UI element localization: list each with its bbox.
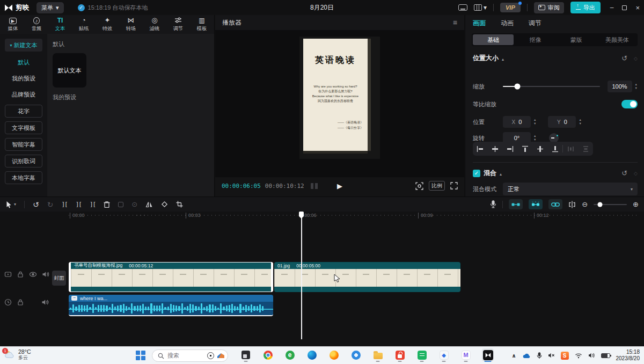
focus-icon[interactable] bbox=[415, 182, 423, 190]
mute-track-icon[interactable] bbox=[41, 299, 49, 306]
undo-button[interactable] bbox=[33, 200, 39, 209]
taskbar-app-green-browser[interactable] bbox=[284, 348, 296, 361]
tab-filters[interactable]: 滤镜 bbox=[143, 17, 166, 32]
align-center-horizontal-icon[interactable] bbox=[488, 145, 503, 152]
tab-sticker[interactable]: 贴纸 bbox=[72, 17, 96, 32]
taskbar-weather-widget[interactable]: 1 28°C 多云 bbox=[4, 348, 31, 360]
blend-checkbox[interactable] bbox=[473, 170, 480, 177]
hide-track-icon[interactable] bbox=[29, 271, 37, 278]
keyframe-icon[interactable]: ◇ bbox=[634, 56, 638, 61]
linkage-toggle[interactable] bbox=[548, 199, 562, 209]
collapse-caret-icon[interactable] bbox=[500, 170, 502, 177]
position-y-field[interactable]: Y0 bbox=[548, 116, 576, 128]
magnetic-snap-toggle[interactable] bbox=[509, 199, 523, 209]
tray-s-app-icon[interactable] bbox=[561, 352, 569, 360]
lock-track-icon[interactable] bbox=[17, 271, 24, 278]
taskbar-app-edge[interactable] bbox=[306, 348, 318, 361]
align-left-icon[interactable] bbox=[473, 145, 488, 152]
tray-mic-icon[interactable] bbox=[537, 352, 542, 359]
video-clip-2[interactable]: 01.jpg 00:00:05:00 bbox=[274, 262, 460, 292]
tab-text[interactable]: 文本 bbox=[48, 17, 72, 32]
player-menu-icon[interactable] bbox=[453, 18, 457, 27]
taskbar-app-green-docs[interactable] bbox=[416, 348, 428, 361]
cover-button[interactable]: 封面 bbox=[52, 271, 66, 286]
review-button[interactable]: 审阅 bbox=[534, 2, 564, 13]
frame-pages-icon[interactable] bbox=[311, 183, 318, 189]
sidebar-item-lyrics-recognition[interactable]: 识别歌词 bbox=[5, 155, 42, 168]
taskbar-app-taskview[interactable] bbox=[240, 348, 252, 361]
subtab-cutout[interactable]: 抠像 bbox=[515, 33, 555, 46]
vip-badge[interactable]: VIP bbox=[500, 3, 521, 12]
scale-slider[interactable] bbox=[503, 86, 600, 87]
position-x-stepper[interactable] bbox=[533, 119, 536, 125]
taskbar-app-chrome[interactable] bbox=[262, 348, 274, 361]
sidebar-item-fancy-text[interactable]: 花字 bbox=[5, 105, 42, 118]
default-text-tile[interactable]: 默认文本 bbox=[53, 53, 86, 88]
align-bottom-icon[interactable] bbox=[547, 145, 562, 152]
preview-canvas[interactable]: 英语晚读 Why are you working so hard? 你为什么要那… bbox=[215, 30, 464, 177]
tray-audio-mixer-icon[interactable] bbox=[548, 352, 555, 359]
auto-snap-toggle[interactable] bbox=[529, 199, 543, 209]
record-voiceover-icon[interactable] bbox=[490, 200, 496, 208]
tab-adjustment[interactable]: 调节 bbox=[529, 19, 541, 28]
position-x-field[interactable]: X0 bbox=[503, 116, 531, 128]
taskbar-app-firefox[interactable] bbox=[328, 348, 340, 361]
shortcut-keys-icon[interactable] bbox=[458, 4, 467, 11]
sidebar-item-new-text[interactable]: ▾新建文本 bbox=[5, 39, 42, 52]
blend-mode-dropdown[interactable]: 正常 bbox=[503, 183, 638, 195]
subtab-mask[interactable]: 蒙版 bbox=[556, 33, 597, 46]
volume-icon[interactable] bbox=[588, 352, 595, 359]
taskbar-app-red-store[interactable] bbox=[394, 348, 406, 361]
align-top-icon[interactable] bbox=[518, 145, 533, 152]
lock-track-icon[interactable] bbox=[17, 299, 24, 306]
sidebar-item-text-templates[interactable]: 文字模板 bbox=[5, 121, 42, 134]
layout-switch-button[interactable] bbox=[474, 4, 487, 11]
tray-expand-icon[interactable] bbox=[511, 352, 516, 359]
sidebar-item-my-presets[interactable]: 我的预设 bbox=[5, 72, 42, 85]
scale-stepper[interactable] bbox=[635, 83, 638, 90]
taskbar-search[interactable]: 搜索 bbox=[152, 350, 228, 362]
sidebar-item-auto-captions[interactable]: 智能字幕 bbox=[5, 138, 42, 151]
main-track-icon[interactable] bbox=[4, 271, 12, 278]
rotate-button[interactable] bbox=[161, 201, 168, 208]
taskbar-app-file-explorer[interactable] bbox=[372, 348, 384, 361]
sidebar-item-default[interactable]: 默认 bbox=[5, 56, 42, 69]
reset-icon[interactable] bbox=[621, 54, 627, 62]
fullscreen-icon[interactable] bbox=[450, 182, 458, 190]
position-y-stepper[interactable] bbox=[579, 119, 581, 125]
tab-animation[interactable]: 动画 bbox=[501, 19, 514, 28]
tab-transitions[interactable]: 转场 bbox=[119, 17, 143, 32]
wifi-icon[interactable] bbox=[575, 353, 582, 359]
crop-button[interactable] bbox=[176, 201, 183, 208]
battery-icon[interactable] bbox=[601, 353, 610, 358]
slider-thumb[interactable] bbox=[598, 202, 603, 207]
uniform-scale-toggle[interactable] bbox=[621, 100, 638, 108]
align-right-icon[interactable] bbox=[503, 145, 518, 152]
keyframe-icon[interactable]: ◇ bbox=[634, 171, 638, 176]
timeline-area[interactable]: 00:00 00:03 00:06 00:09 00:12 封面 书单号自制模板… bbox=[0, 212, 644, 346]
tray-clock[interactable]: 15:18 2023/8/20 bbox=[616, 349, 640, 362]
split-keep-left-button[interactable]: ][ bbox=[76, 201, 82, 208]
slider-thumb[interactable] bbox=[515, 84, 521, 90]
timeline-ruler[interactable] bbox=[69, 215, 640, 216]
tab-audio[interactable]: 音频 bbox=[25, 17, 48, 32]
tab-adjust[interactable]: 调节 bbox=[166, 17, 190, 32]
zoom-out-icon[interactable] bbox=[582, 200, 588, 208]
tab-picture[interactable]: 画面 bbox=[473, 19, 486, 28]
export-button[interactable]: 导出 bbox=[570, 2, 601, 13]
rotate-stepper[interactable] bbox=[533, 135, 536, 141]
audio-clip[interactable]: where I wa... bbox=[69, 295, 273, 316]
reset-icon[interactable] bbox=[621, 169, 627, 177]
play-button[interactable] bbox=[337, 182, 342, 190]
sidebar-item-local-captions[interactable]: 本地字幕 bbox=[5, 171, 42, 184]
tab-effects[interactable]: 特效 bbox=[96, 17, 119, 32]
align-center-vertical-icon[interactable] bbox=[533, 145, 548, 152]
delete-button[interactable] bbox=[104, 201, 110, 208]
taskbar-app-blue-browser[interactable] bbox=[350, 348, 362, 361]
playhead-line[interactable] bbox=[301, 212, 302, 339]
taskbar-app-capcut[interactable] bbox=[482, 348, 494, 361]
video-clip-1[interactable]: 书单号自制模板海报.jpg 00:00:05:12 bbox=[69, 262, 273, 292]
close-button[interactable]: × bbox=[635, 4, 640, 12]
menu-button[interactable]: 菜单 bbox=[36, 2, 64, 13]
taskbar-app-purple-m[interactable] bbox=[460, 348, 472, 361]
